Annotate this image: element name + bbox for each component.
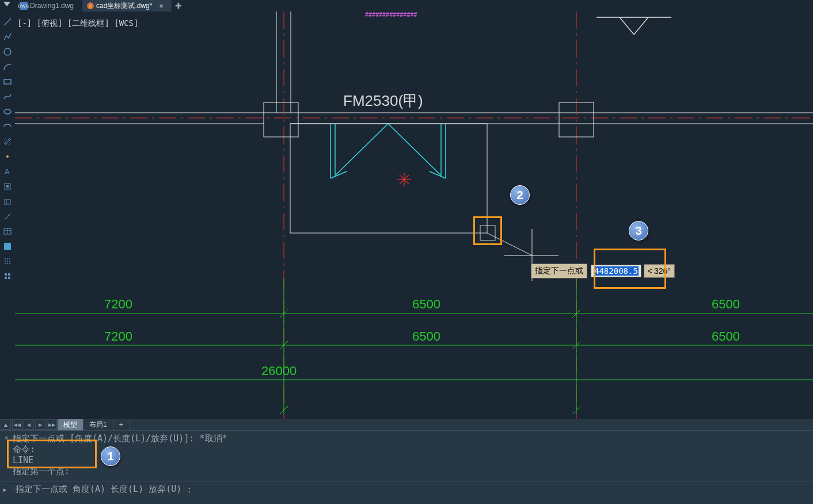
command-area: ✕ 指定下一点或 [角度(A)/长度(L)/放弃(U)]: *取消* 命令: L… [0, 430, 813, 504]
svg-point-4 [6, 155, 9, 158]
cmd-colon: : [184, 484, 194, 495]
callout-3: 3 [629, 221, 648, 240]
svg-point-18 [7, 261, 8, 262]
polyline-tool-icon[interactable] [2, 31, 13, 43]
dim-text: 6500 [412, 329, 440, 344]
svg-rect-24 [8, 273, 10, 276]
callout-box-distance [594, 249, 666, 289]
measure-tool-icon[interactable] [2, 211, 13, 222]
svg-point-19 [9, 261, 10, 262]
spline-tool-icon[interactable] [2, 91, 13, 102]
menu-flyout-icon[interactable] [3, 2, 10, 6]
svg-rect-38 [290, 124, 487, 233]
point-tool-icon[interactable] [2, 151, 13, 162]
svg-text:A: A [5, 167, 10, 176]
tab-drawing1[interactable]: DWG Drawing1.dwg [15, 0, 82, 12]
svg-rect-23 [5, 273, 7, 276]
door-label: FM2530(甲) [343, 91, 423, 111]
drawing-svg [15, 12, 813, 419]
cmd-history-line: 指定第一个点: [13, 466, 810, 477]
dim-text: 26000 [261, 364, 297, 379]
more-tool-icon[interactable] [2, 270, 13, 282]
viewport-label[interactable]: [-] [俯视] [二维线框] [WCS] [17, 18, 138, 29]
cmd-opt-undo[interactable]: 放弃(U) [146, 484, 184, 495]
command-history[interactable]: ✕ 指定下一点或 [角度(A)/长度(L)/放弃(U)]: *取消* 命令: L… [0, 431, 813, 482]
dim-text: 6500 [412, 297, 440, 312]
dyn-prompt: 指定下一点或 [531, 264, 587, 278]
dim-text: 7200 [104, 297, 132, 312]
block-tool-icon[interactable] [2, 181, 13, 192]
callout-box-snap [473, 216, 502, 245]
circle-tool-icon[interactable] [2, 46, 13, 58]
line-tool-icon[interactable] [2, 16, 13, 28]
cmd-prompt-label: 指定下一点或 [13, 484, 70, 495]
tab-add-layout[interactable]: + [113, 419, 130, 430]
rectangle-tool-icon[interactable] [2, 76, 13, 87]
svg-point-16 [9, 258, 10, 259]
svg-point-1 [4, 48, 11, 55]
command-input-line[interactable]: ▸ 指定下一点或 角度(A) 长度(L) 放弃(U) : [0, 482, 813, 497]
dim-text: 7200 [104, 329, 132, 344]
cmd-chevron-icon[interactable]: ▸ [2, 484, 7, 495]
cmd-opt-length[interactable]: 长度(L) [108, 484, 146, 495]
close-icon[interactable]: ✕ [159, 3, 164, 9]
tab-layout1[interactable]: 布局1 [83, 419, 113, 431]
new-tab-button[interactable]: ✚ [172, 1, 185, 11]
region-tool-icon[interactable] [2, 196, 13, 207]
svg-line-0 [4, 18, 11, 25]
svg-rect-36 [264, 102, 298, 137]
svg-point-21 [7, 263, 8, 264]
ellipse-arc-tool-icon[interactable] [2, 121, 13, 132]
drawing-canvas[interactable]: ############### FM2530(甲) 7200 6500 6500… [15, 12, 813, 419]
nav-prev1-icon[interactable]: ◂ [24, 419, 34, 430]
dwg-file-icon: DWG [20, 2, 28, 10]
ellipse-tool-icon[interactable] [2, 106, 13, 117]
tab-label: cad坐标测试.dwg* [96, 1, 152, 11]
purple-hatch-text: ############### [365, 12, 417, 18]
svg-point-17 [5, 261, 6, 262]
svg-rect-13 [4, 243, 11, 250]
hatch-tool-icon[interactable] [2, 136, 13, 147]
gradient-tool-icon[interactable] [2, 240, 13, 252]
document-tabs: DWG Drawing1.dwg 🔒 cad坐标测试.dwg* ✕ ✚ [15, 0, 185, 12]
layout-tabs-strip: ▴ ◂◂ ◂ ▸ ▸▸ 模型 布局1 + [0, 419, 813, 430]
nav-prev-icon[interactable]: ◂◂ [12, 419, 22, 430]
table-tool-icon[interactable] [2, 226, 13, 237]
callout-2: 2 [510, 185, 530, 205]
arc-tool-icon[interactable] [2, 61, 13, 72]
dim-text: 6500 [712, 329, 740, 344]
callout-box-command [7, 440, 97, 468]
tab-label: Drawing1.dwg [30, 2, 74, 10]
tab-coord-test[interactable]: 🔒 cad坐标测试.dwg* ✕ [82, 0, 172, 12]
svg-point-15 [7, 258, 8, 259]
grid-tool-icon[interactable] [2, 255, 13, 267]
nav-next-icon[interactable]: ▸▸ [47, 419, 57, 430]
cmd-history-line: 指定下一点或 [角度(A)/长度(L)/放弃(U)]: *取消* [13, 433, 810, 444]
svg-rect-7 [6, 185, 9, 188]
svg-point-3 [4, 109, 11, 114]
svg-point-14 [5, 258, 6, 259]
svg-rect-26 [8, 277, 10, 279]
lock-icon: 🔒 [87, 2, 94, 9]
svg-point-22 [9, 263, 10, 264]
svg-rect-2 [4, 79, 11, 84]
tab-model[interactable]: 模型 [58, 419, 83, 431]
svg-point-20 [5, 263, 6, 264]
cmd-history-line: LINE [13, 455, 810, 466]
cmd-opt-angle[interactable]: 角度(A) [70, 484, 108, 495]
callout-1: 1 [101, 446, 120, 466]
dim-text: 6500 [712, 297, 740, 312]
nav-next1-icon[interactable]: ▸ [35, 419, 45, 430]
nav-first-icon[interactable]: ▴ [1, 419, 11, 430]
svg-rect-25 [5, 277, 7, 279]
svg-rect-8 [5, 200, 10, 204]
cmd-history-line: 命令: [13, 444, 810, 455]
text-tool-icon[interactable]: A [2, 166, 13, 177]
